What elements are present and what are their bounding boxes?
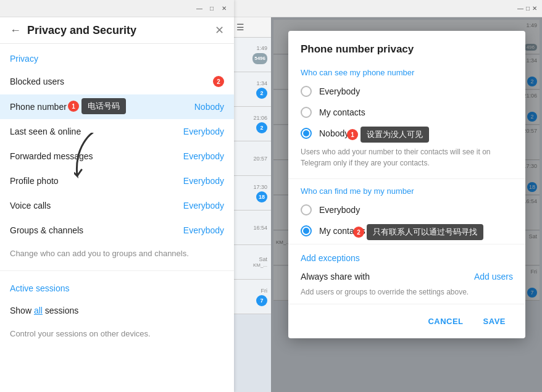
sessions-desc: Control your sessions on other devices. [0, 323, 234, 348]
radio-circle-my-contacts-see [301, 107, 312, 118]
last-seen-item[interactable]: Last seen & online Everybody [0, 119, 234, 144]
profile-photo-label: Profile photo [10, 176, 59, 186]
phone-privacy-dialog: Phone number privacy Who can see my phon… [288, 31, 525, 338]
exceptions-desc: Add users or groups to override the sett… [288, 286, 525, 304]
voice-calls-item[interactable]: Voice calls Everybody [0, 193, 234, 218]
forwarded-messages-label: Forwarded messages [10, 151, 93, 161]
show-all-sessions-label: Show all sessions [10, 306, 78, 315]
radio-inner-my-contacts-find [303, 228, 309, 234]
radio-circle-everybody-see [301, 86, 312, 97]
header-close-button[interactable]: ✕ [215, 23, 224, 37]
annotation-2-text: 只有联系人可以通过号码寻找 [367, 224, 483, 240]
find-by-number-section-label: Who can find me by my number [288, 181, 525, 199]
always-share-row: Always share with Add users [288, 267, 525, 286]
section-divider [0, 270, 234, 271]
chat-strip-item: 1:49 5496 [234, 38, 271, 72]
maximize-button[interactable]: □ [207, 4, 217, 14]
see-number-section-label: Who can see my phone number [288, 63, 525, 81]
add-users-button[interactable]: Add users [474, 272, 513, 281]
last-seen-label: Last seen & online [10, 127, 81, 136]
active-sessions-label: Active sessions [0, 273, 234, 298]
cancel-button[interactable]: CANCEL [420, 312, 470, 331]
privacy-section-label: Privacy [0, 44, 234, 69]
annotation-1-number: 1 [347, 129, 358, 140]
chat-strip-item: Fri 7 [234, 280, 271, 314]
annotation-nobody: 1 设置为没人可见 [347, 127, 429, 143]
profile-photo-value: Everybody [183, 176, 224, 186]
show-all-sessions-item[interactable]: Show all sessions [0, 298, 234, 323]
radio-my-contacts-see[interactable]: My contacts [288, 102, 525, 123]
add-exceptions-label: Add exceptions [288, 247, 525, 267]
panel-content: Privacy Blocked users 2 Phone number 1 电… [0, 44, 234, 392]
profile-photo-item[interactable]: Profile photo Everybody [0, 169, 234, 193]
chat-strip-item: 20:57 [234, 141, 271, 176]
save-button[interactable]: SAVE [476, 312, 513, 331]
panel-header: ← Privacy and Security ✕ [0, 17, 234, 44]
blocked-users-item[interactable]: Blocked users 2 [0, 69, 234, 94]
blocked-users-label: Blocked users [10, 77, 64, 86]
radio-everybody-find[interactable]: Everybody [288, 199, 525, 220]
dialog-divider-2 [288, 244, 525, 244]
panel-title: Privacy and Security [27, 24, 209, 37]
radio-circle-nobody-see [301, 128, 312, 139]
forwarded-messages-item[interactable]: Forwarded messages Everybody [0, 144, 234, 169]
privacy-security-panel: — □ ✕ ← Privacy and Security ✕ Privacy B… [0, 0, 234, 392]
forwarded-messages-value: Everybody [183, 151, 224, 161]
dialog-title: Phone number privacy [288, 31, 525, 63]
always-share-label: Always share with [301, 272, 370, 281]
minimize-button[interactable]: — [194, 4, 204, 14]
dialog-actions: CANCEL SAVE [288, 304, 525, 338]
phone-note: Users who add your number to their conta… [288, 144, 525, 176]
left-panel-wrapper: — □ ✕ ← Privacy and Security ✕ Privacy B… [0, 0, 271, 392]
radio-my-contacts-find[interactable]: My contacts 2 只有联系人可以通过号码寻找 [288, 220, 525, 241]
left-titlebar: — □ ✕ [0, 0, 234, 17]
groups-channels-item[interactable]: Groups & channels Everybody [0, 218, 234, 243]
blocked-users-badge: 2 [213, 76, 224, 87]
back-button[interactable]: ← [10, 24, 21, 37]
close-button[interactable]: ✕ [219, 4, 229, 14]
annotation-1-text: 设置为没人可见 [361, 127, 429, 143]
groups-channels-label: Groups & channels [10, 225, 83, 235]
voice-calls-value: Everybody [183, 201, 224, 211]
phone-annotation-tooltip: 电话号码 [81, 98, 126, 114]
phone-number-item[interactable]: Phone number 1 电话号码 Nobody [0, 94, 234, 119]
voice-calls-label: Voice calls [10, 201, 51, 211]
annotation-my-contacts: 2 只有联系人可以通过号码寻找 [353, 224, 483, 240]
right-panel-wrapper: — □ ✕ 1:49 496 1:34 2 21:06 2 20:57 17:3… [271, 0, 542, 392]
chat-strip-item: 21:06 2 [234, 107, 271, 141]
phone-number-label: Phone number [10, 102, 67, 112]
left-chat-strip: ☰ 1:49 5496 1:34 2 21:06 2 20:57 17:30 1… [234, 0, 271, 392]
radio-inner-nobody-see [303, 130, 309, 136]
radio-everybody-see[interactable]: Everybody [288, 81, 525, 102]
chat-strip-item: 16:54 [234, 211, 271, 245]
last-seen-value: Everybody [183, 127, 224, 136]
chat-strip-item: 1:34 2 [234, 72, 271, 107]
phone-annotation-number: 1 [68, 101, 79, 112]
radio-label-everybody-find: Everybody [319, 205, 360, 215]
radio-label-nobody-see: Nobody [319, 128, 349, 138]
annotation-2-number: 2 [353, 227, 364, 238]
radio-label-my-contacts-see: My contacts [319, 107, 365, 117]
phone-number-value: Nobody [194, 102, 224, 112]
groups-channels-desc: Change who can add you to groups and cha… [0, 243, 234, 268]
groups-channels-value: Everybody [183, 225, 224, 235]
dialog-divider-1 [288, 178, 525, 179]
radio-label-everybody-see: Everybody [319, 86, 360, 96]
radio-circle-my-contacts-find [301, 225, 312, 236]
chat-strip-item: Sat KM_... [234, 245, 271, 280]
radio-circle-everybody-find [301, 204, 312, 215]
chat-strip-item: 17:30 18 [234, 176, 271, 211]
radio-nobody-see[interactable]: Nobody 1 设置为没人可见 [288, 123, 525, 144]
